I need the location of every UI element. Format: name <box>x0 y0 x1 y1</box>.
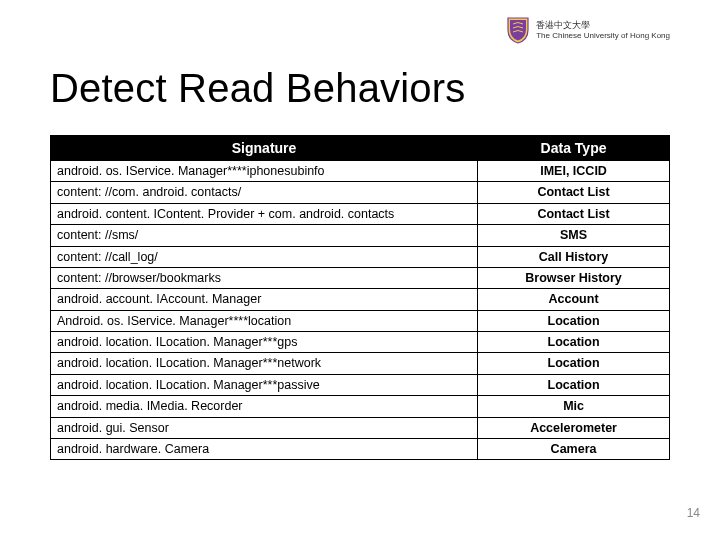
cell-signature: Android. os. IService. Manager****locati… <box>51 310 478 331</box>
behaviors-table-wrap: Signature Data Type android. os. IServic… <box>50 135 670 460</box>
cell-datatype: Contact List <box>478 203 670 224</box>
table-row: content: //sms/SMS <box>51 225 670 246</box>
table-row: android. location. ILocation. Manager***… <box>51 374 670 395</box>
crest-icon <box>506 16 530 44</box>
cell-signature: android. os. IService. Manager****iphone… <box>51 161 478 182</box>
cell-datatype: SMS <box>478 225 670 246</box>
cell-datatype: Browser History <box>478 267 670 288</box>
cell-signature: content: //call_log/ <box>51 246 478 267</box>
cell-datatype: Accelerometer <box>478 417 670 438</box>
col-header-datatype: Data Type <box>478 136 670 161</box>
table-row: content: //browser/bookmarksBrowser Hist… <box>51 267 670 288</box>
table-row: android. content. IContent. Provider + c… <box>51 203 670 224</box>
cell-signature: android. location. ILocation. Manager***… <box>51 374 478 395</box>
cell-signature: android. gui. Sensor <box>51 417 478 438</box>
table-row: content: //call_log/Call History <box>51 246 670 267</box>
cell-datatype: Location <box>478 374 670 395</box>
behaviors-table: Signature Data Type android. os. IServic… <box>50 135 670 460</box>
cell-datatype: Mic <box>478 396 670 417</box>
table-row: android. gui. SensorAccelerometer <box>51 417 670 438</box>
cell-signature: android. content. IContent. Provider + c… <box>51 203 478 224</box>
cell-datatype: Location <box>478 332 670 353</box>
cell-datatype: Contact List <box>478 182 670 203</box>
cell-signature: android. location. ILocation. Manager***… <box>51 332 478 353</box>
table-row: android. location. ILocation. Manager***… <box>51 332 670 353</box>
table-row: android. media. IMedia. RecorderMic <box>51 396 670 417</box>
cell-signature: content: //com. android. contacts/ <box>51 182 478 203</box>
page-number: 14 <box>687 506 700 520</box>
cell-signature: android. hardware. Camera <box>51 438 478 459</box>
cell-datatype: IMEI, ICCID <box>478 161 670 182</box>
col-header-signature: Signature <box>51 136 478 161</box>
slide-title: Detect Read Behaviors <box>50 66 466 111</box>
table-row: content: //com. android. contacts/Contac… <box>51 182 670 203</box>
table-row: Android. os. IService. Manager****locati… <box>51 310 670 331</box>
cell-signature: android. location. ILocation. Manager***… <box>51 353 478 374</box>
cell-datatype: Location <box>478 310 670 331</box>
cell-datatype: Location <box>478 353 670 374</box>
table-row: android. account. IAccount. ManagerAccou… <box>51 289 670 310</box>
cell-signature: android. account. IAccount. Manager <box>51 289 478 310</box>
table-row: android. hardware. CameraCamera <box>51 438 670 459</box>
university-logo: 香港中文大學 The Chinese University of Hong Ko… <box>506 16 670 44</box>
university-name-en: The Chinese University of Hong Kong <box>536 31 670 40</box>
table-row: android. os. IService. Manager****iphone… <box>51 161 670 182</box>
cell-datatype: Account <box>478 289 670 310</box>
table-row: android. location. ILocation. Manager***… <box>51 353 670 374</box>
cell-signature: content: //sms/ <box>51 225 478 246</box>
university-name-cn: 香港中文大學 <box>536 20 670 30</box>
cell-datatype: Call History <box>478 246 670 267</box>
cell-datatype: Camera <box>478 438 670 459</box>
cell-signature: android. media. IMedia. Recorder <box>51 396 478 417</box>
cell-signature: content: //browser/bookmarks <box>51 267 478 288</box>
